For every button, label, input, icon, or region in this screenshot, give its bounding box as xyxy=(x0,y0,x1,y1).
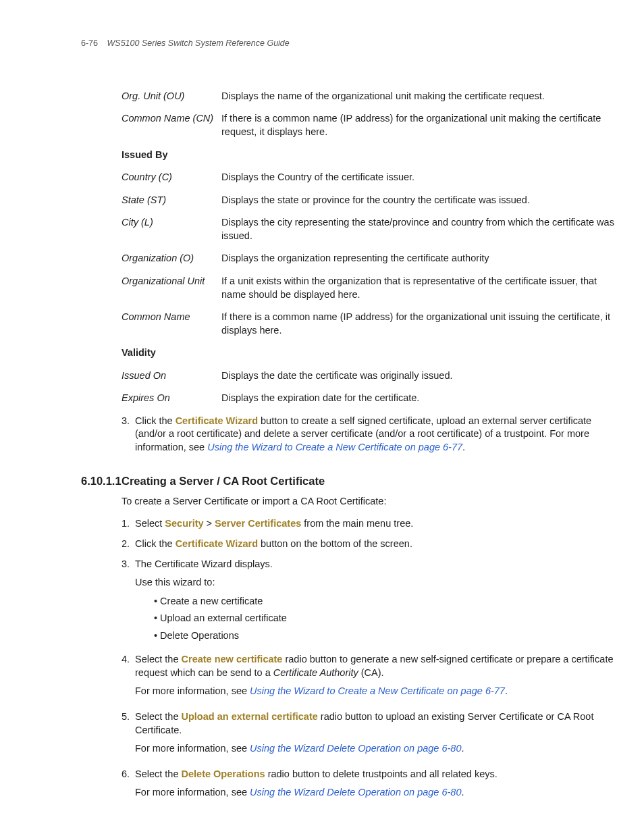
ca-term: Certificate Authority xyxy=(273,667,358,678)
link-delete-op[interactable]: Using the Wizard Delete Operation on pag… xyxy=(250,743,461,754)
table-row: Organization (O)Displays the organizatio… xyxy=(122,252,617,265)
term-label: Organization (O) xyxy=(122,252,221,265)
upload-ext-cert-term: Upload an external certificate xyxy=(182,711,318,722)
text: For more information, see xyxy=(135,787,250,798)
term-label: Country (C) xyxy=(122,171,221,184)
step-number: 3. xyxy=(122,558,135,647)
table-row: Common NameIf there is a common name (IP… xyxy=(122,311,617,337)
step3-wrapper: 3. Click the Certificate Wizard button t… xyxy=(122,415,617,454)
step-body: Select the Create new certificate radio … xyxy=(135,653,617,704)
step-4: 4. Select the Create new certificate rad… xyxy=(122,653,617,704)
text: Select the xyxy=(135,654,182,664)
step-2: 2. Click the Certificate Wizard button o… xyxy=(122,538,617,551)
step-number: 5. xyxy=(122,710,135,761)
section-title: Creating a Server / CA Root Certificate xyxy=(122,473,325,488)
term-description: Displays the expiration date for the cer… xyxy=(221,392,617,405)
step-body: Select the Delete Operations radio butto… xyxy=(135,768,617,805)
table-row: City (L)Displays the city representing t… xyxy=(122,216,617,242)
table-row: Common Name (CN)If there is a common nam… xyxy=(122,112,617,138)
text: . xyxy=(505,685,508,696)
term-label: Common Name xyxy=(122,311,221,337)
term-description: Displays the name of the organizational … xyxy=(221,90,617,103)
term-label: State (ST) xyxy=(122,194,221,207)
server-cert-term: Server Certificates xyxy=(215,518,301,529)
term-description: Displays the Country of the certificate … xyxy=(221,171,617,184)
link-delete-op[interactable]: Using the Wizard Delete Operation on pag… xyxy=(250,787,461,798)
term-description: If there is a common name (IP address) f… xyxy=(221,112,617,138)
list-item: Create a new certificate xyxy=(154,595,617,608)
text: Click the xyxy=(135,538,176,549)
term-label: City (L) xyxy=(122,216,221,242)
wizard-options: Create a new certificate Upload an exter… xyxy=(154,595,617,643)
list-item: Upload an external certificate xyxy=(154,612,617,625)
term-label: Common Name (CN) xyxy=(122,112,221,138)
text: For more information, see xyxy=(135,685,250,696)
table-row: Issued By xyxy=(122,149,617,162)
step-body: Select Security > Server Certificates fr… xyxy=(135,517,617,531)
step-number: 1. xyxy=(122,517,135,531)
term-label: Validity xyxy=(122,346,221,360)
text: . xyxy=(462,442,465,452)
delete-operations-term: Delete Operations xyxy=(182,768,265,779)
section-heading: 6.10.1.1 Creating a Server / CA Root Cer… xyxy=(81,473,617,488)
section-intro: To create a Server Certificate or import… xyxy=(122,495,617,509)
term-description: Displays the organization representing t… xyxy=(221,252,617,265)
term-description: Displays the date the certificate was or… xyxy=(221,369,617,383)
doc-title: WS5100 Series Switch System Reference Gu… xyxy=(107,38,290,48)
table-row: Issued OnDisplays the date the certifica… xyxy=(122,369,617,383)
step-body: The Certificate Wizard displays. Use thi… xyxy=(135,558,617,647)
step-body: Select the Upload an external certificat… xyxy=(135,710,617,761)
step-1: 1. Select Security > Server Certificates… xyxy=(122,517,617,531)
text: button on the bottom of the screen. xyxy=(258,538,412,549)
term-description: If a unit exists within the organization… xyxy=(221,275,617,301)
create-new-cert-term: Create new certificate xyxy=(182,654,283,664)
table-row: Country (C)Displays the Country of the c… xyxy=(122,171,617,184)
text: Select xyxy=(135,518,165,529)
table-row: Validity xyxy=(122,346,617,360)
step-number: 4. xyxy=(122,653,135,704)
text: The Certificate Wizard displays. xyxy=(135,558,617,571)
step-body: Click the Certificate Wizard button to c… xyxy=(135,415,617,454)
page-number: 6-76 xyxy=(81,38,98,48)
link-new-cert[interactable]: Using the Wizard to Create a New Certifi… xyxy=(250,685,505,696)
text: . xyxy=(461,743,464,754)
table-row: Expires OnDisplays the expiration date f… xyxy=(122,392,617,405)
term-description: Displays the city representing the state… xyxy=(221,216,617,242)
step-body: Click the Certificate Wizard button on t… xyxy=(135,538,617,551)
step-number: 6. xyxy=(122,768,135,805)
section-number: 6.10.1.1 xyxy=(81,473,122,488)
text: radio button to delete trustpoints and a… xyxy=(265,768,498,779)
term-label: Org. Unit (OU) xyxy=(122,90,221,103)
term-description: Displays the state or province for the c… xyxy=(221,194,617,207)
step-number: 3. xyxy=(122,415,135,454)
text: from the main menu tree. xyxy=(301,518,413,529)
step-3b: 3. The Certificate Wizard displays. Use … xyxy=(122,558,617,647)
text: For more information, see xyxy=(135,743,250,754)
term-label: Expires On xyxy=(122,392,221,405)
term-label: Issued By xyxy=(122,149,221,162)
text: (CA). xyxy=(358,667,384,678)
table-row: State (ST)Displays the state or province… xyxy=(122,194,617,207)
text: Select the xyxy=(135,711,182,722)
text: . xyxy=(461,787,464,798)
text: Click the xyxy=(135,415,176,426)
term-description: If there is a common name (IP address) f… xyxy=(221,311,617,337)
link-new-cert[interactable]: Using the Wizard to Create a New Certifi… xyxy=(207,442,462,452)
table-row: Org. Unit (OU)Displays the name of the o… xyxy=(122,90,617,103)
table-row: Organizational UnitIf a unit exists with… xyxy=(122,275,617,301)
cert-wizard-term: Certificate Wizard xyxy=(176,538,258,549)
text: Select the xyxy=(135,768,182,779)
text: Use this wizard to: xyxy=(135,576,617,590)
step-number: 2. xyxy=(122,538,135,551)
step-5: 5. Select the Upload an external certifi… xyxy=(122,710,617,761)
step-3: 3. Click the Certificate Wizard button t… xyxy=(122,415,617,454)
procedure-list: 1. Select Security > Server Certificates… xyxy=(122,517,617,804)
term-label: Issued On xyxy=(122,369,221,383)
security-term: Security xyxy=(165,518,203,529)
step-6: 6. Select the Delete Operations radio bu… xyxy=(122,768,617,805)
text: > xyxy=(204,518,215,529)
page-header: 6-76 WS5100 Series Switch System Referen… xyxy=(81,38,617,49)
term-label: Organizational Unit xyxy=(122,275,221,301)
list-item: Delete Operations xyxy=(154,629,617,643)
definition-table: Org. Unit (OU)Displays the name of the o… xyxy=(122,90,617,405)
